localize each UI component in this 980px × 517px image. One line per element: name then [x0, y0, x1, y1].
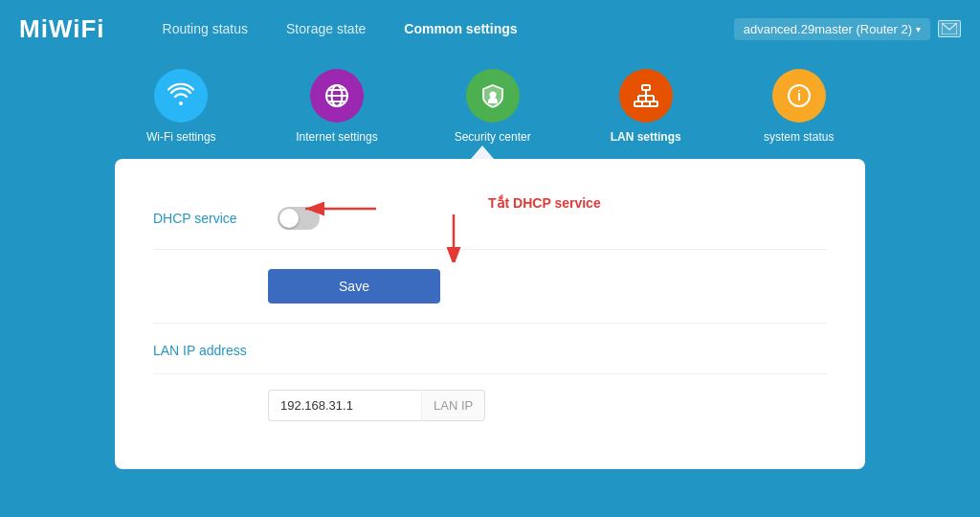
annotation-text: Tắt DHCP service — [488, 195, 601, 211]
divider — [153, 373, 827, 374]
security-center-label: Security center — [455, 130, 531, 144]
lan-ip-suffix-label: LAN IP — [421, 390, 485, 421]
icon-nav: Wi-Fi settings Internet settings Securit… — [0, 57, 980, 159]
nav-routing-status[interactable]: Routing status — [163, 16, 249, 41]
lan-ip-input[interactable] — [268, 390, 421, 421]
lan-settings-icon — [619, 69, 673, 123]
icon-nav-system[interactable]: i system status — [761, 69, 837, 144]
logo-text: MiWiFi — [19, 14, 105, 44]
system-status-label: system status — [764, 130, 834, 144]
wifi-settings-icon — [154, 69, 208, 123]
arrow-left-icon — [301, 195, 378, 222]
svg-rect-9 — [650, 101, 657, 106]
toggle-knob — [279, 209, 299, 228]
arrow-down-icon — [440, 214, 467, 262]
dhcp-service-row: DHCP service Tắt DHCP service — [153, 188, 827, 250]
svg-rect-8 — [635, 101, 642, 106]
svg-rect-7 — [642, 85, 650, 90]
internet-settings-icon — [310, 69, 364, 123]
svg-rect-10 — [642, 101, 650, 106]
router-info-text: advanced.29master (Router 2) — [744, 22, 912, 36]
header: MiWiFi Routing status Storage state Comm… — [0, 0, 980, 57]
save-row: Save — [153, 250, 827, 324]
logo: MiWiFi — [19, 14, 105, 44]
icon-nav-internet[interactable]: Internet settings — [296, 69, 377, 144]
lan-section: LAN IP address LAN IP — [153, 324, 827, 440]
lan-ip-row: LAN IP — [268, 390, 827, 421]
internet-settings-label: Internet settings — [296, 130, 377, 144]
content-card: DHCP service Tắt DHCP service — [115, 159, 865, 469]
lan-settings-label: LAN settings — [611, 130, 681, 144]
nav-storage-state[interactable]: Storage state — [286, 16, 366, 41]
header-right: advanced.29master (Router 2) ▾ — [734, 18, 961, 40]
active-tab-indicator — [471, 146, 494, 159]
dhcp-service-label: DHCP service — [153, 211, 268, 226]
router-selector[interactable]: advanced.29master (Router 2) ▾ — [734, 18, 930, 40]
svg-point-6 — [489, 92, 496, 99]
security-center-icon — [466, 69, 520, 123]
mail-icon[interactable] — [938, 20, 961, 37]
icon-nav-lan[interactable]: LAN settings — [608, 69, 684, 144]
svg-text:i: i — [797, 88, 801, 103]
icon-nav-wifi[interactable]: Wi-Fi settings — [143, 69, 219, 144]
chevron-down-icon: ▾ — [916, 24, 921, 34]
system-status-icon: i — [772, 69, 826, 123]
lan-section-title: LAN IP address — [153, 343, 827, 358]
icon-nav-security[interactable]: Security center — [455, 69, 531, 144]
nav-common-settings[interactable]: Common settings — [404, 16, 517, 41]
nav: Routing status Storage state Common sett… — [163, 16, 734, 41]
wifi-settings-label: Wi-Fi settings — [146, 130, 216, 144]
save-button[interactable]: Save — [268, 269, 440, 303]
